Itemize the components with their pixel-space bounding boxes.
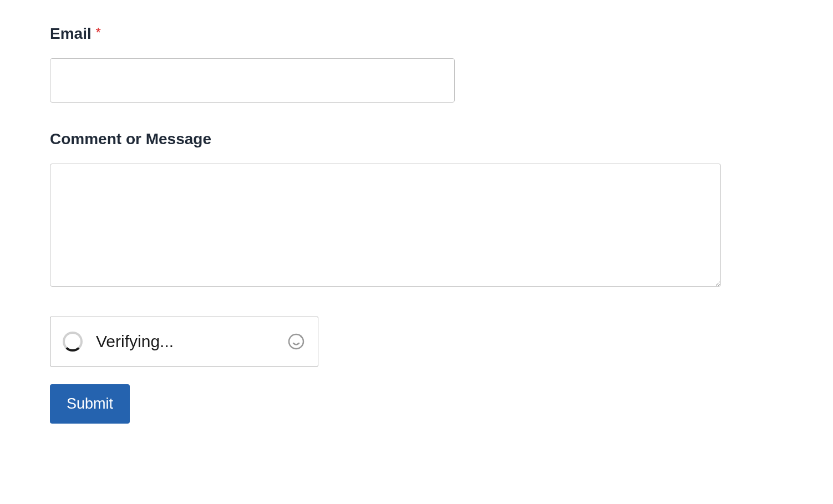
contact-form: Email * Comment or Message Verifying... …	[50, 25, 783, 424]
email-field-group: Email *	[50, 25, 783, 103]
captcha-provider-icon	[287, 332, 306, 351]
email-input[interactable]	[50, 58, 455, 103]
captcha-status-text: Verifying...	[96, 332, 287, 351]
spinner-icon	[63, 332, 83, 352]
email-label: Email *	[50, 25, 783, 43]
message-field-group: Comment or Message	[50, 130, 783, 289]
captcha-widget: Verifying...	[50, 317, 318, 366]
required-indicator: *	[95, 25, 100, 40]
message-label: Comment or Message	[50, 130, 783, 148]
email-label-text: Email	[50, 25, 92, 42]
submit-button[interactable]: Submit	[50, 384, 130, 424]
message-textarea[interactable]	[50, 164, 721, 287]
